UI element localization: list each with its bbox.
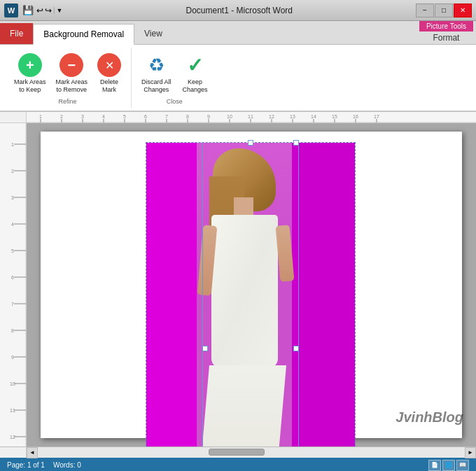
minimize-btn[interactable]: − (416, 3, 434, 17)
word-icon: W (4, 3, 18, 17)
svg-text:11: 11 (248, 114, 253, 119)
svg-text:15: 15 (332, 114, 337, 119)
svg-text:6: 6 (11, 275, 14, 280)
mark-keep-label: Mark Areasto Keep (14, 78, 46, 94)
keep-changes-label: KeepChanges (183, 78, 208, 94)
picture-tools-group: Picture Tools Format (419, 21, 473, 44)
tab-background-removal[interactable]: Background Removal (33, 24, 134, 45)
svg-text:17: 17 (374, 114, 379, 119)
document-page (41, 132, 462, 438)
scroll-right-btn[interactable]: ► (465, 447, 476, 458)
svg-text:16: 16 (353, 114, 358, 119)
scroll-left-btn[interactable]: ◄ (27, 447, 38, 458)
discard-label: Discard AllChanges (141, 78, 172, 94)
mark-remove-icon: − (59, 53, 83, 77)
svg-text:6: 6 (144, 114, 147, 119)
status-bar: Page: 1 of 1 Words: 0 📄 🌐 📖 (0, 458, 476, 471)
svg-text:9: 9 (207, 114, 210, 119)
ribbon-content: + Mark Areasto Keep − Mark Areasto Remov… (0, 45, 476, 112)
handle-top-right[interactable] (293, 140, 299, 146)
svg-text:13: 13 (290, 114, 295, 119)
keep-changes-button[interactable]: ✓ KeepChanges (178, 50, 212, 97)
undo-btn[interactable]: ↩ (36, 6, 43, 15)
vertical-ruler: 1 2 3 4 5 6 7 8 9 10 11 12 (0, 123, 27, 447)
svg-text:10: 10 (227, 114, 232, 119)
mark-areas-to-keep-button[interactable]: + Mark Areasto Keep (10, 50, 50, 97)
discard-all-changes-button[interactable]: ♻ Discard AllChanges (137, 50, 176, 97)
tab-view[interactable]: View (134, 23, 172, 44)
maximize-btn[interactable]: □ (435, 3, 453, 17)
image-container[interactable] (146, 142, 356, 447)
svg-text:3: 3 (11, 195, 14, 200)
document-area: 1 2 3 4 5 6 7 8 9 10 11 12 (0, 123, 476, 447)
mark-remove-label: Mark Areasto Remove (56, 78, 88, 94)
svg-text:2: 2 (60, 114, 63, 119)
svg-text:14: 14 (311, 114, 316, 119)
svg-text:8: 8 (11, 328, 14, 333)
status-page: Page: 1 of 1 (7, 461, 45, 469)
ribbon-tabs-row: File Background Removal View Picture Too… (0, 21, 476, 45)
svg-text:3: 3 (81, 114, 84, 119)
svg-text:1: 1 (11, 142, 14, 147)
tab-file[interactable]: File (0, 23, 33, 44)
mark-areas-to-remove-button[interactable]: − Mark Areasto Remove (52, 50, 92, 97)
keep-changes-icon: ✓ (183, 53, 207, 77)
svg-text:5: 5 (123, 114, 126, 119)
person-preserved (185, 148, 307, 447)
title-text: Document1 - Microsoft Word (63, 6, 416, 15)
svg-text:12: 12 (10, 435, 15, 440)
svg-text:8: 8 (186, 114, 189, 119)
svg-text:7: 7 (11, 302, 14, 307)
handle-top-center[interactable] (248, 140, 253, 146)
status-words: Words: 0 (53, 461, 81, 469)
svg-text:4: 4 (11, 222, 14, 227)
handle-mid-left[interactable] (202, 346, 208, 351)
horizontal-scrollbar: ◄ ► (0, 447, 476, 458)
view-read-btn[interactable]: 📖 (456, 460, 469, 471)
handle-mid-right[interactable] (293, 346, 299, 351)
discard-icon: ♻ (144, 53, 168, 77)
svg-text:7: 7 (165, 114, 168, 119)
save-btn[interactable]: 💾 (21, 4, 35, 16)
refine-group-label: Refine (59, 98, 77, 105)
svg-text:2: 2 (11, 169, 14, 174)
document-canvas: JvinhBlog (27, 123, 476, 447)
svg-text:11: 11 (10, 408, 15, 413)
redo-btn[interactable]: ↪ (45, 6, 52, 15)
svg-text:1: 1 (39, 114, 42, 119)
refine-group: + Mark Areasto Keep − Mark Areasto Remov… (4, 48, 132, 108)
close-group: ♻ Discard AllChanges ✓ KeepChanges Close (132, 48, 218, 108)
watermark: JvinhBlog (396, 409, 463, 426)
close-btn[interactable]: ✕ (454, 3, 472, 17)
view-web-btn[interactable]: 🌐 (442, 460, 455, 471)
title-bar: W 💾 ↩ ↪ | ▼ Document1 - Microsoft Word −… (0, 0, 476, 21)
tab-format[interactable]: Format (424, 31, 468, 44)
mark-keep-icon: + (18, 53, 42, 77)
horizontal-ruler: 1 2 3 4 5 6 7 8 9 10 11 12 13 1 (27, 112, 476, 123)
svg-text:9: 9 (11, 355, 14, 360)
scrollbar-track (38, 447, 465, 458)
delete-mark-button[interactable]: ✕ DeleteMark (93, 50, 125, 97)
svg-text:12: 12 (269, 114, 274, 119)
delete-mark-icon: ✕ (97, 53, 121, 77)
view-print-btn[interactable]: 📄 (428, 460, 441, 471)
quick-access-toolbar: 💾 ↩ ↪ | ▼ (21, 4, 63, 16)
customize-btn[interactable]: ▼ (57, 7, 63, 14)
svg-text:4: 4 (102, 114, 105, 119)
view-buttons: 📄 🌐 📖 (428, 460, 469, 471)
separator: | (53, 6, 55, 14)
ruler-row: 1 2 3 4 5 6 7 8 9 10 11 12 13 1 (0, 112, 476, 123)
picture-tools-label: Picture Tools (419, 21, 473, 31)
ruler-corner (0, 112, 27, 123)
svg-text:5: 5 (11, 248, 14, 253)
svg-text:10: 10 (10, 381, 15, 386)
scroll-thumb[interactable] (209, 449, 265, 456)
delete-mark-label: DeleteMark (100, 78, 118, 94)
close-group-label: Close (167, 98, 183, 105)
